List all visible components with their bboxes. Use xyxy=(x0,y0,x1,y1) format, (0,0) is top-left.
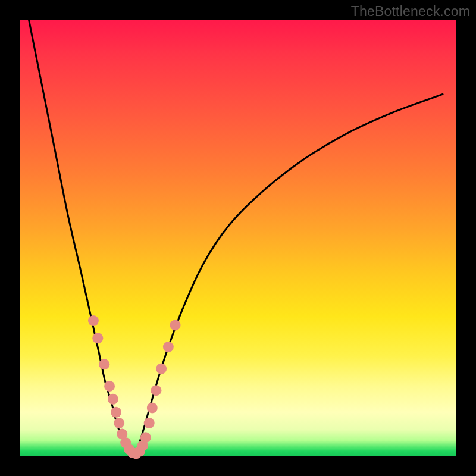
marker-point xyxy=(111,407,121,418)
marker-point xyxy=(108,394,118,405)
chart-svg xyxy=(20,20,456,456)
marker-point xyxy=(114,418,124,428)
marker-layer xyxy=(88,315,181,459)
marker-point xyxy=(99,359,109,369)
chart-frame: TheBottleneck.com xyxy=(0,0,476,476)
marker-point xyxy=(92,333,103,343)
curve-left-curve xyxy=(29,20,134,456)
marker-point xyxy=(104,381,115,392)
marker-point xyxy=(170,320,181,330)
marker-point xyxy=(147,402,158,413)
plot-area xyxy=(20,20,456,456)
marker-point xyxy=(140,432,151,443)
marker-point xyxy=(88,315,99,326)
marker-point xyxy=(156,364,167,374)
watermark-text: TheBottleneck.com xyxy=(351,4,470,20)
marker-point xyxy=(151,385,161,396)
marker-point xyxy=(144,418,155,428)
curve-layer xyxy=(29,20,443,456)
curve-right-curve xyxy=(133,94,443,456)
marker-point xyxy=(163,342,174,352)
